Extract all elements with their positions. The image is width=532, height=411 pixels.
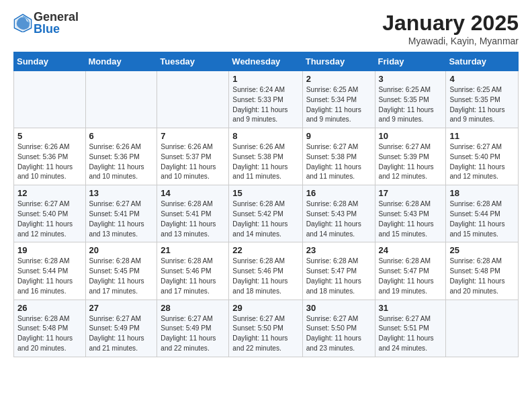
calendar-cell: 20Sunrise: 6:28 AMSunset: 5:45 PMDayligh… [85,242,157,300]
day-info: Sunrise: 6:26 AMSunset: 5:36 PMDaylight:… [17,142,82,182]
title-block: January 2025 Myawadi, Kayin, Myanmar [382,11,519,46]
day-info: Sunrise: 6:28 AMSunset: 5:43 PMDaylight:… [379,199,443,239]
header-sunday: Sunday [14,52,86,71]
day-number: 29 [232,303,298,313]
calendar-cell: 2Sunrise: 6:25 AMSunset: 5:34 PMDaylight… [302,71,375,128]
header-thursday: Thursday [302,52,375,71]
day-info: Sunrise: 6:28 AMSunset: 5:48 PMDaylight:… [449,257,515,296]
day-number: 23 [306,245,371,255]
day-number: 26 [17,303,82,313]
calendar-cell: 25Sunrise: 6:28 AMSunset: 5:48 PMDayligh… [446,242,519,300]
day-info: Sunrise: 6:27 AMSunset: 5:50 PMDaylight:… [306,314,371,354]
calendar-cell: 19Sunrise: 6:28 AMSunset: 5:44 PMDayligh… [14,242,86,300]
day-number: 27 [89,303,154,313]
day-info: Sunrise: 6:27 AMSunset: 5:49 PMDaylight:… [89,314,154,354]
day-number: 14 [161,188,225,198]
day-number: 18 [449,188,515,198]
logo: General Blue [13,11,79,35]
calendar-cell: 29Sunrise: 6:27 AMSunset: 5:50 PMDayligh… [229,300,302,357]
day-number: 8 [232,131,298,141]
header-saturday: Saturday [446,52,519,71]
day-number: 21 [161,245,225,255]
calendar-week-1: 1Sunrise: 6:24 AMSunset: 5:33 PMDaylight… [14,71,519,128]
calendar-cell: 1Sunrise: 6:24 AMSunset: 5:33 PMDaylight… [229,71,302,128]
logo-general-text: General [34,11,79,23]
calendar-cell: 6Sunrise: 6:26 AMSunset: 5:36 PMDaylight… [85,128,157,185]
calendar-cell: 4Sunrise: 6:25 AMSunset: 5:35 PMDaylight… [446,71,519,128]
day-info: Sunrise: 6:28 AMSunset: 5:46 PMDaylight:… [232,257,298,296]
month-title: January 2025 [382,11,519,36]
day-info: Sunrise: 6:27 AMSunset: 5:40 PMDaylight:… [449,142,515,182]
calendar-cell: 8Sunrise: 6:26 AMSunset: 5:38 PMDaylight… [229,128,302,185]
logo-text: General Blue [34,11,79,35]
day-info: Sunrise: 6:27 AMSunset: 5:50 PMDaylight:… [232,314,298,354]
calendar-cell: 23Sunrise: 6:28 AMSunset: 5:47 PMDayligh… [302,242,375,300]
calendar-cell: 18Sunrise: 6:28 AMSunset: 5:44 PMDayligh… [446,185,519,242]
calendar-cell: 24Sunrise: 6:28 AMSunset: 5:47 PMDayligh… [375,242,446,300]
day-info: Sunrise: 6:28 AMSunset: 5:41 PMDaylight:… [161,199,225,239]
calendar-cell: 13Sunrise: 6:27 AMSunset: 5:41 PMDayligh… [85,185,157,242]
header: General Blue January 2025 Myawadi, Kayin… [13,11,519,46]
calendar-cell: 12Sunrise: 6:27 AMSunset: 5:40 PMDayligh… [14,185,86,242]
day-number: 9 [306,131,371,141]
weekday-header-row: Sunday Monday Tuesday Wednesday Thursday… [14,52,519,71]
calendar-cell: 22Sunrise: 6:28 AMSunset: 5:46 PMDayligh… [229,242,302,300]
day-info: Sunrise: 6:28 AMSunset: 5:45 PMDaylight:… [89,257,154,296]
day-info: Sunrise: 6:28 AMSunset: 5:43 PMDaylight:… [306,199,371,239]
day-info: Sunrise: 6:25 AMSunset: 5:35 PMDaylight:… [379,85,443,125]
logo-blue-text: Blue [34,23,79,35]
day-info: Sunrise: 6:24 AMSunset: 5:33 PMDaylight:… [232,85,298,125]
day-number: 2 [306,74,371,84]
day-number: 19 [17,245,82,255]
day-info: Sunrise: 6:26 AMSunset: 5:36 PMDaylight:… [89,142,154,182]
day-number: 22 [232,245,298,255]
day-number: 13 [89,188,154,198]
calendar-cell: 14Sunrise: 6:28 AMSunset: 5:41 PMDayligh… [157,185,229,242]
calendar-cell: 5Sunrise: 6:26 AMSunset: 5:36 PMDaylight… [14,128,86,185]
header-tuesday: Tuesday [157,52,229,71]
calendar-cell: 30Sunrise: 6:27 AMSunset: 5:50 PMDayligh… [302,300,375,357]
day-info: Sunrise: 6:27 AMSunset: 5:51 PMDaylight:… [379,314,443,354]
calendar-cell: 15Sunrise: 6:28 AMSunset: 5:42 PMDayligh… [229,185,302,242]
calendar-cell: 9Sunrise: 6:27 AMSunset: 5:38 PMDaylight… [302,128,375,185]
day-number: 30 [306,303,371,313]
day-info: Sunrise: 6:27 AMSunset: 5:39 PMDaylight:… [379,142,443,182]
calendar-cell: 17Sunrise: 6:28 AMSunset: 5:43 PMDayligh… [375,185,446,242]
day-number: 20 [89,245,154,255]
calendar-table: Sunday Monday Tuesday Wednesday Thursday… [13,52,519,357]
calendar-cell: 10Sunrise: 6:27 AMSunset: 5:39 PMDayligh… [375,128,446,185]
calendar-cell: 11Sunrise: 6:27 AMSunset: 5:40 PMDayligh… [446,128,519,185]
day-info: Sunrise: 6:26 AMSunset: 5:37 PMDaylight:… [161,142,225,182]
day-number: 15 [232,188,298,198]
calendar-cell [85,71,157,128]
header-wednesday: Wednesday [229,52,302,71]
day-info: Sunrise: 6:28 AMSunset: 5:47 PMDaylight:… [379,257,443,296]
day-number: 11 [449,131,515,141]
day-info: Sunrise: 6:27 AMSunset: 5:49 PMDaylight:… [161,314,225,354]
calendar-cell: 21Sunrise: 6:28 AMSunset: 5:46 PMDayligh… [157,242,229,300]
day-info: Sunrise: 6:28 AMSunset: 5:44 PMDaylight:… [17,257,82,296]
logo-icon [13,13,32,32]
header-monday: Monday [85,52,157,71]
location-subtitle: Myawadi, Kayin, Myanmar [382,36,519,46]
day-info: Sunrise: 6:28 AMSunset: 5:48 PMDaylight:… [17,314,82,354]
calendar-cell: 16Sunrise: 6:28 AMSunset: 5:43 PMDayligh… [302,185,375,242]
day-info: Sunrise: 6:27 AMSunset: 5:38 PMDaylight:… [306,142,371,182]
day-number: 16 [306,188,371,198]
calendar-week-2: 5Sunrise: 6:26 AMSunset: 5:36 PMDaylight… [14,128,519,185]
day-number: 25 [449,245,515,255]
page: General Blue January 2025 Myawadi, Kayin… [0,0,532,368]
day-info: Sunrise: 6:25 AMSunset: 5:35 PMDaylight:… [449,85,515,125]
calendar-week-5: 26Sunrise: 6:28 AMSunset: 5:48 PMDayligh… [14,300,519,357]
day-number: 5 [17,131,82,141]
day-number: 28 [161,303,225,313]
calendar-cell [14,71,86,128]
header-friday: Friday [375,52,446,71]
day-number: 1 [232,74,298,84]
day-number: 6 [89,131,154,141]
calendar-cell: 3Sunrise: 6:25 AMSunset: 5:35 PMDaylight… [375,71,446,128]
calendar-cell: 7Sunrise: 6:26 AMSunset: 5:37 PMDaylight… [157,128,229,185]
day-number: 4 [449,74,515,84]
day-info: Sunrise: 6:27 AMSunset: 5:41 PMDaylight:… [89,199,154,239]
day-number: 24 [379,245,443,255]
